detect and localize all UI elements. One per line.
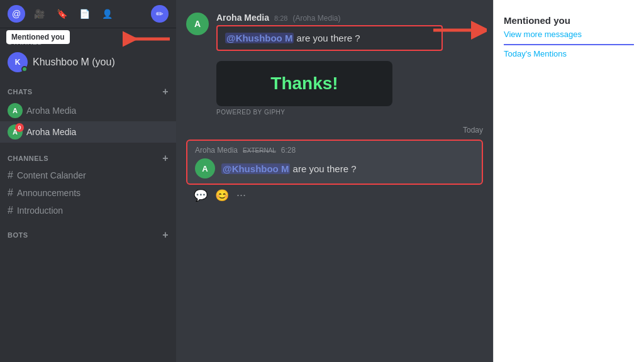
msg-text-1: @Khushboo M are you there ? — [225, 33, 434, 43]
chat-avatar-1: A — [8, 103, 23, 118]
msg-text-after-1: are you there ? — [294, 33, 360, 43]
gif-block: Thanks! — [216, 61, 392, 106]
bottom-time: 6:28 — [281, 146, 296, 155]
khushboo-avatar: K — [8, 52, 28, 72]
bottom-username: Aroha Media — [195, 146, 238, 155]
msg-avatar-1: A — [186, 13, 209, 35]
channel-announcements[interactable]: # Announcements — [0, 184, 176, 202]
starred-khushboo[interactable]: K Khushboo M (you) — [0, 48, 176, 76]
chats-section-header: CHATS + — [0, 76, 176, 100]
channel-introduction[interactable]: # Introduction — [0, 202, 176, 219]
giphy-credit: POWERED BY GIPHY — [216, 109, 483, 116]
main-content: A Aroha Media 8:28 (Aroha Media) @Khushb… — [176, 0, 493, 362]
mentioned-tooltip: Mentioned you — [6, 30, 70, 44]
external-badge: EXTERNAL — [243, 147, 276, 154]
channel-name-1: Content Calander — [17, 170, 86, 180]
hash-icon-1: # — [8, 170, 13, 181]
bottom-msg-header: Aroha Media EXTERNAL 6:28 — [195, 146, 474, 155]
bottom-text-after: are you there ? — [290, 163, 356, 174]
message-area[interactable]: A Aroha Media 8:28 (Aroha Media) @Khushb… — [176, 0, 493, 362]
bots-add-button[interactable]: + — [162, 229, 169, 241]
gif-thanks-text: Thanks! — [235, 74, 374, 94]
mention-box-1: @Khushboo M are you there ? — [216, 25, 443, 51]
chats-add-button[interactable]: + — [162, 86, 169, 97]
sidebar-icons: @ 🎥 🔖 📄 👤 ✏ — [0, 0, 176, 28]
reaction-bar: 💬 😊 ··· — [186, 185, 483, 206]
channel-content-calander[interactable]: # Content Calander — [0, 167, 176, 184]
bottom-mention-tag: @Khushboo M — [221, 163, 290, 174]
at-icon-button[interactable]: @ — [8, 5, 25, 23]
video-icon-button[interactable]: 🎥 — [30, 5, 48, 23]
chat-badge-2: 0 — [15, 123, 24, 132]
message-block-1: A Aroha Media 8:28 (Aroha Media) @Khushb… — [186, 13, 483, 51]
chat-avatar-2: A 0 — [8, 124, 23, 140]
members-icon-button[interactable]: 👤 — [98, 5, 116, 23]
bottom-mention-container: Aroha Media EXTERNAL 6:28 A @Khushboo M … — [186, 140, 483, 185]
msg-header-1: Aroha Media 8:28 (Aroha Media) — [216, 13, 483, 23]
file-icon-button[interactable]: 📄 — [75, 5, 93, 23]
starred-user-name: Khushboo M (you) — [33, 57, 115, 68]
today-label: Today — [186, 126, 483, 134]
chat-aroha-media-2[interactable]: A 0 Aroha Media — [0, 121, 176, 143]
mentioned-you-title: Mentioned you — [504, 15, 634, 26]
channels-add-button[interactable]: + — [162, 153, 169, 164]
mention-tag-1: @Khushboo M — [225, 33, 294, 43]
reaction-reply-icon[interactable]: 💬 — [194, 189, 208, 202]
bottom-msg-text: @Khushboo M are you there ? — [221, 163, 357, 174]
channels-section-header: CHANNELS + — [0, 143, 176, 167]
bottom-msg-body: A @Khushboo M are you there ? — [195, 158, 474, 178]
view-more-link[interactable]: View more messages — [504, 30, 634, 39]
sidebar: @ 🎥 🔖 📄 👤 ✏ Mentioned you STARRED K Khus… — [0, 0, 176, 362]
online-indicator — [21, 66, 28, 72]
msg-time-1: 8:28 — [274, 14, 287, 22]
chat-name-1: Aroha Media — [26, 106, 76, 116]
todays-mentions-link[interactable]: Today's Mentions — [504, 49, 634, 58]
msg-username-1: Aroha Media — [216, 13, 269, 23]
reaction-emoji-icon[interactable]: 😊 — [215, 189, 229, 202]
reaction-more-icon[interactable]: ··· — [236, 189, 246, 202]
right-panel-header: Mentioned you View more messages Today's… — [504, 10, 634, 58]
msg-channel-1: (Aroha Media) — [292, 14, 340, 23]
hash-icon-2: # — [8, 187, 13, 199]
bots-section-header: BOTS + — [0, 219, 176, 243]
bottom-msg-avatar: A — [195, 158, 215, 178]
channel-name-2: Announcements — [17, 188, 80, 198]
bookmark-icon-button[interactable]: 🔖 — [53, 5, 70, 23]
hash-icon-3: # — [8, 205, 13, 216]
msg-content-1: Aroha Media 8:28 (Aroha Media) @Khushboo… — [216, 13, 483, 51]
blue-separator — [504, 44, 634, 45]
right-panel: Mentioned you View more messages Today's… — [493, 0, 644, 362]
compose-icon-button[interactable]: ✏ — [151, 5, 169, 23]
chat-name-2: Aroha Media — [26, 127, 76, 137]
channel-name-3: Introduction — [17, 206, 63, 216]
chat-aroha-media-1[interactable]: A Aroha Media — [0, 100, 176, 121]
